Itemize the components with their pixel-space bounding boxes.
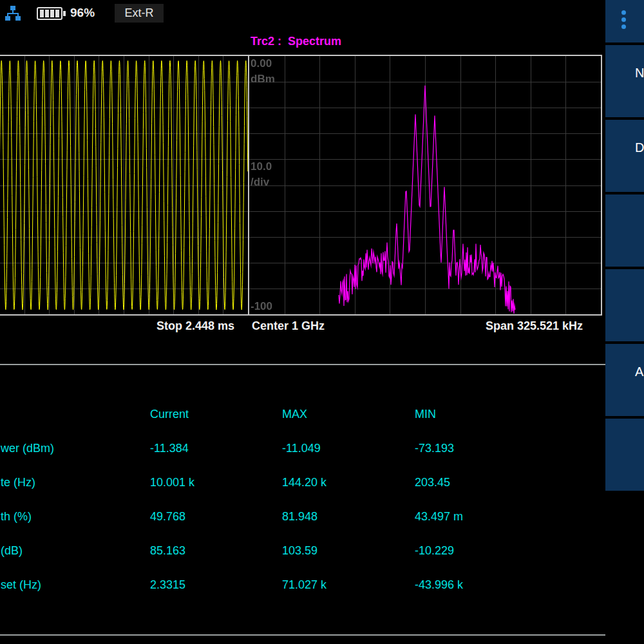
row-label: te (Hz) [1, 476, 35, 489]
value-min: -10.229 [415, 544, 454, 558]
waveform-canvas [0, 56, 248, 314]
ref-level-value: 0.00 [251, 56, 275, 71]
value-current: 85.163 [150, 544, 185, 558]
value-max: -11.049 [282, 442, 321, 455]
span-label: Span 325.521 kHz [486, 319, 583, 333]
row-label: wer (dBm) [1, 442, 54, 455]
ref-level-unit: dBm [251, 71, 275, 87]
scale-value: 10.0 [251, 159, 272, 175]
value-min: -73.193 [415, 442, 454, 455]
column-header: Current [150, 408, 189, 421]
ref-level-label: 0.00 dBm [251, 56, 275, 87]
value-min: 203.45 [415, 476, 450, 489]
status-bar: 96% Ext-R [0, 0, 605, 28]
kebab-menu-icon [621, 24, 626, 29]
bottom-level-label: -100 [251, 299, 272, 314]
kebab-menu-icon [621, 10, 626, 15]
value-current: 2.3315 [150, 578, 185, 592]
scale-unit: /div [251, 175, 272, 190]
center-frequency-label: Center 1 GHz [252, 319, 325, 333]
spectrum-canvas [249, 56, 601, 314]
softkey-button-4[interactable] [605, 269, 644, 341]
stop-time-label: Stop 2.448 ms [156, 319, 234, 333]
measurement-table: CurrentMAXMINwer (dBm)-11.384-11.049-73.… [0, 364, 608, 636]
spectrum-chart[interactable] [248, 55, 602, 316]
value-current: 10.001 k [150, 476, 194, 489]
battery-icon [36, 5, 67, 24]
softkey-button-label: D [635, 140, 644, 155]
row-label: set (Hz) [1, 578, 41, 592]
column-header: MIN [415, 408, 436, 421]
trace-title: Trc2 : Spectrum [251, 35, 341, 48]
value-current: 49.768 [150, 510, 185, 524]
value-max: 81.948 [282, 510, 317, 524]
value-max: 71.027 k [282, 578, 327, 592]
softkey-button-2[interactable]: D [605, 120, 644, 192]
column-header: MAX [282, 408, 307, 421]
kebab-menu-icon [621, 17, 626, 22]
softkey-button-list: NDA [605, 45, 644, 491]
value-current: -11.384 [150, 442, 189, 455]
value-max: 144.20 k [282, 476, 327, 489]
waveform-chart[interactable] [0, 55, 249, 316]
softkey-button-label: N [635, 66, 644, 80]
value-min: -43.996 k [415, 578, 463, 592]
value-max: 103.59 [282, 544, 317, 558]
softkey-button-6[interactable] [605, 419, 644, 491]
row-label: (dB) [1, 544, 23, 558]
softkey-button-3[interactable] [605, 194, 644, 267]
softkey-button-label: A [635, 365, 643, 379]
sidebar-menu-button[interactable] [605, 0, 644, 43]
instrument-screen: 96% Ext-R Trc2 : Spectrum 0.00 dBm 10.0 … [0, 0, 644, 644]
row-label: th (%) [1, 510, 32, 524]
battery-percentage: 96% [70, 6, 95, 20]
scale-per-div-label: 10.0 /div [251, 159, 272, 190]
network-icon [5, 5, 21, 24]
softkey-sidebar: NDA [605, 0, 644, 644]
value-min: 43.497 m [415, 510, 463, 524]
external-reference-badge: Ext-R [115, 4, 164, 23]
softkey-button-5[interactable]: A [605, 344, 644, 416]
softkey-button-1[interactable]: N [605, 45, 644, 117]
